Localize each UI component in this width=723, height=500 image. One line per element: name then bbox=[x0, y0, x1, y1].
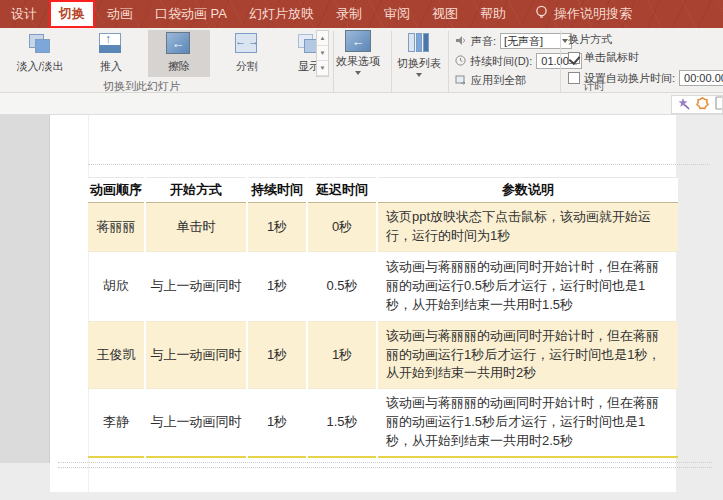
cell-delay[interactable]: 0.5秒 bbox=[307, 251, 377, 321]
group-label-transition: 切换到此幻灯片 bbox=[103, 79, 180, 94]
cell-order[interactable]: 李静 bbox=[88, 389, 145, 457]
transition-gallery-scrollbar[interactable]: ▲ ▼ ▼ bbox=[316, 30, 329, 77]
transition-list-button[interactable]: 切换列表 bbox=[394, 30, 444, 77]
powerpoint-window: 设计 切换 动画 口袋动画 PA 幻灯片放映 录制 审阅 视图 帮助 操作说明搜… bbox=[0, 0, 723, 500]
transition-list-icon bbox=[406, 32, 432, 54]
transition-fade-button[interactable]: 淡入/淡出 bbox=[6, 30, 74, 77]
transition-wipe-button[interactable]: ← 擦除 bbox=[148, 30, 210, 77]
fade-icon bbox=[27, 32, 53, 56]
col-header-delay[interactable]: 延迟时间 bbox=[307, 178, 377, 203]
floating-addin-toolbar bbox=[671, 95, 723, 114]
clock-icon bbox=[455, 55, 466, 68]
col-header-start[interactable]: 开始方式 bbox=[145, 178, 247, 203]
apply-to-all-label: 应用到全部 bbox=[471, 73, 526, 88]
cell-notes[interactable]: 该动画与蒋丽丽的动画同时开始计时，但在蒋丽丽的动画运行1.5秒后才运行，运行时间… bbox=[377, 389, 678, 457]
cell-notes[interactable]: 该动画与蒋丽丽的动画同时开始计时，但在蒋丽丽的动画运行0.5秒后才运行，运行时间… bbox=[377, 251, 678, 321]
cell-start[interactable]: 单击时 bbox=[145, 203, 247, 252]
cell-order[interactable]: 蒋丽丽 bbox=[88, 203, 145, 252]
table-header-row: 动画顺序 开始方式 持续时间 延迟时间 参数说明 bbox=[88, 178, 678, 203]
apply-to-all-icon bbox=[455, 74, 467, 87]
tab-pocket-animation[interactable]: 口袋动画 PA bbox=[146, 1, 236, 27]
col-header-order[interactable]: 动画顺序 bbox=[88, 178, 145, 203]
table-row: 李静 与上一动画同时 1秒 1.5秒 该动画与蒋丽丽的动画同时开始计时，但在蒋丽… bbox=[88, 389, 678, 457]
tell-me-label: 操作说明搜索 bbox=[554, 5, 632, 23]
cell-start[interactable]: 与上一动画同时 bbox=[145, 389, 247, 457]
ribbon-tab-bar: 设计 切换 动画 口袋动画 PA 幻灯片放映 录制 审阅 视图 帮助 操作说明搜… bbox=[0, 0, 723, 28]
cell-start[interactable]: 与上一动画同时 bbox=[145, 321, 247, 389]
placeholder-bottom-dotted-border bbox=[58, 467, 712, 468]
animation-parameters-table[interactable]: 动画顺序 开始方式 持续时间 延迟时间 参数说明 蒋丽丽 单击时 1秒 0秒 该… bbox=[88, 177, 678, 458]
page-icon[interactable] bbox=[715, 96, 723, 114]
cell-delay[interactable]: 1.5秒 bbox=[307, 389, 377, 457]
transition-split-button[interactable]: ← → 分割 bbox=[216, 30, 278, 77]
chevron-down-icon bbox=[416, 73, 422, 77]
editing-canvas: 动画顺序 开始方式 持续时间 延迟时间 参数说明 蒋丽丽 单击时 1秒 0秒 该… bbox=[0, 115, 723, 500]
tab-transitions[interactable]: 切换 bbox=[50, 1, 94, 27]
cell-duration[interactable]: 1秒 bbox=[247, 203, 307, 252]
gallery-scroll-down-icon[interactable]: ▼ bbox=[317, 46, 328, 61]
cell-duration[interactable]: 1秒 bbox=[247, 389, 307, 457]
gallery-more-icon[interactable]: ▼ bbox=[317, 61, 328, 76]
col-header-notes[interactable]: 参数说明 bbox=[377, 178, 678, 203]
collapsed-thumbnail-panel[interactable] bbox=[0, 115, 50, 463]
cell-duration[interactable]: 1秒 bbox=[247, 251, 307, 321]
sound-icon bbox=[455, 35, 467, 48]
on-mouse-click-checkbox[interactable]: 单击鼠标时 bbox=[568, 50, 639, 65]
magic-wand-icon[interactable] bbox=[677, 96, 690, 114]
tab-view[interactable]: 视图 bbox=[423, 1, 467, 27]
sound-select[interactable]: [无声音] bbox=[500, 33, 572, 49]
auto-advance-time-spinner[interactable]: 00:00.00 bbox=[679, 70, 723, 86]
effect-options-icon: ← bbox=[345, 30, 371, 52]
checkbox-checked-icon[interactable] bbox=[568, 52, 580, 64]
cell-delay[interactable]: 1秒 bbox=[307, 321, 377, 389]
table-row: 蒋丽丽 单击时 1秒 0秒 该页ppt放映状态下点击鼠标，该动画就开始运行，运行… bbox=[88, 203, 678, 252]
cell-delay[interactable]: 0秒 bbox=[307, 203, 377, 252]
slide[interactable]: 动画顺序 开始方式 持续时间 延迟时间 参数说明 蒋丽丽 单击时 1秒 0秒 该… bbox=[50, 115, 676, 492]
table-row: 王俊凯 与上一动画同时 1秒 1秒 该动画与蒋丽丽的动画同时开始计时，但在蒋丽丽… bbox=[88, 321, 678, 389]
group-label-timing: 计时 bbox=[583, 79, 605, 94]
transition-push-button[interactable]: ↑ 推入 bbox=[80, 30, 142, 77]
col-header-duration[interactable]: 持续时间 bbox=[247, 178, 307, 203]
tab-animations[interactable]: 动画 bbox=[98, 1, 142, 27]
duration-label: 持续时间(D): bbox=[470, 54, 532, 69]
placeholder-top-dotted-border bbox=[88, 164, 710, 165]
ribbon: 淡入/淡出 ↑ 推入 ← 擦除 ← → 分割 bbox=[0, 28, 723, 93]
cell-start[interactable]: 与上一动画同时 bbox=[145, 251, 247, 321]
split-icon: ← → bbox=[234, 32, 260, 56]
advance-slide-title: 换片方式 bbox=[568, 32, 612, 47]
push-icon: ↑ bbox=[98, 32, 124, 56]
tell-me-search[interactable]: 操作说明搜索 bbox=[535, 5, 632, 23]
cell-order[interactable]: 胡欣 bbox=[88, 251, 145, 321]
chevron-down-icon bbox=[355, 71, 361, 75]
tab-design[interactable]: 设计 bbox=[2, 1, 46, 27]
tab-slideshow[interactable]: 幻灯片放映 bbox=[240, 1, 323, 27]
wipe-icon: ← bbox=[166, 32, 192, 56]
cell-notes[interactable]: 该页ppt放映状态下点击鼠标，该动画就开始运行，运行的时间为1秒 bbox=[377, 203, 678, 252]
lightbulb-icon bbox=[535, 5, 548, 23]
secondary-toolbar bbox=[0, 93, 723, 115]
on-mouse-click-label: 单击鼠标时 bbox=[584, 50, 639, 65]
cell-duration[interactable]: 1秒 bbox=[247, 321, 307, 389]
placeholder-bottom-dotted-border bbox=[58, 462, 712, 463]
flower-gear-icon[interactable] bbox=[696, 96, 709, 114]
tab-help[interactable]: 帮助 bbox=[471, 1, 515, 27]
cell-order[interactable]: 王俊凯 bbox=[88, 321, 145, 389]
table-row: 胡欣 与上一动画同时 1秒 0.5秒 该动画与蒋丽丽的动画同时开始计时，但在蒋丽… bbox=[88, 251, 678, 321]
effect-options-button[interactable]: ← 效果选项 bbox=[330, 30, 386, 75]
sound-label: 声音: bbox=[471, 34, 496, 49]
tab-review[interactable]: 审阅 bbox=[375, 1, 419, 27]
cell-notes[interactable]: 该动画与蒋丽丽的动画同时开始计时，但在蒋丽丽的动画运行1秒后才运行，运行时间也是… bbox=[377, 321, 678, 389]
apply-to-all-button[interactable]: 应用到全部 bbox=[455, 73, 526, 88]
checkbox-unchecked-icon[interactable] bbox=[568, 72, 580, 84]
tab-record[interactable]: 录制 bbox=[327, 1, 371, 27]
gallery-scroll-up-icon[interactable]: ▲ bbox=[317, 31, 328, 46]
